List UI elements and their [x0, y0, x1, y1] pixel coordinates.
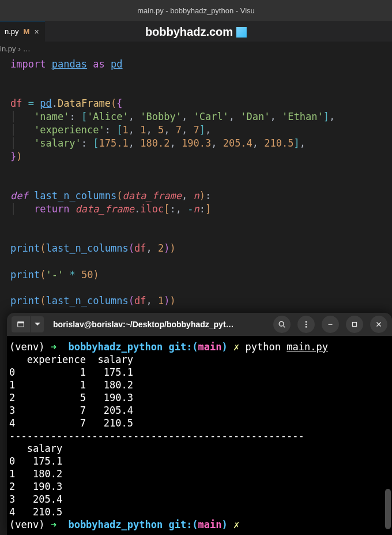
window-title-bar: main.py - bobbyhadz_python - Visu	[0, 0, 392, 21]
code-editor[interactable]: import pandas as pd df = pd.DataFrame({ …	[0, 55, 392, 308]
scrollbar-thumb[interactable]	[385, 489, 391, 529]
search-icon[interactable]	[273, 316, 291, 333]
tab-label: n.py	[5, 27, 19, 36]
close-icon[interactable]: ×	[34, 27, 39, 36]
svg-rect-8	[353, 323, 357, 327]
svg-point-2	[279, 321, 284, 326]
new-tab-button[interactable]	[12, 316, 30, 332]
terminal-title-bar: borislav@borislav:~/Desktop/bobbyhadz_py…	[7, 313, 392, 336]
terminal-window: borislav@borislav:~/Desktop/bobbyhadz_py…	[7, 313, 392, 535]
terminal-title: borislav@borislav:~/Desktop/bobbyhadz_py…	[47, 320, 266, 329]
close-button[interactable]	[370, 316, 387, 333]
breadcrumb[interactable]: in.py › …	[0, 42, 392, 55]
svg-line-3	[284, 326, 285, 328]
svg-rect-1	[18, 322, 24, 324]
svg-point-6	[306, 326, 307, 328]
svg-point-5	[306, 324, 307, 326]
svg-point-4	[306, 321, 307, 323]
maximize-button[interactable]	[346, 316, 363, 333]
watermark: bobbyhadz.com	[145, 25, 247, 39]
dropdown-icon[interactable]	[30, 316, 44, 332]
window-title: main.py - bobbyhadz_python - Visu	[137, 6, 255, 15]
minimize-button[interactable]	[322, 316, 339, 333]
cube-icon	[236, 27, 247, 38]
modified-indicator: M	[24, 27, 30, 36]
tab-main-py[interactable]: n.py M ×	[0, 21, 45, 42]
menu-icon[interactable]	[297, 316, 315, 333]
terminal-body[interactable]: (venv) ➜ bobbyhadz_python git:(main) ✗ p…	[7, 336, 392, 535]
